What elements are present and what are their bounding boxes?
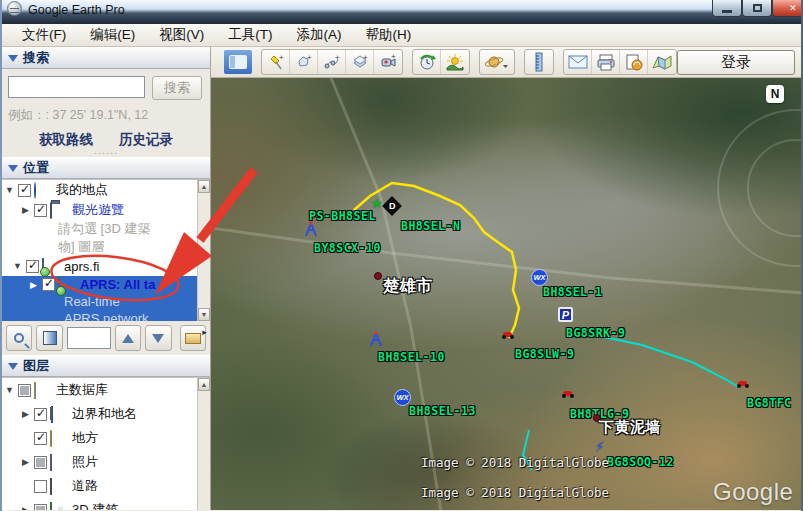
scroll-up-icon[interactable]: ▲ xyxy=(198,180,210,193)
scroll-down-icon[interactable]: ▼ xyxy=(198,308,210,321)
places-toolbar xyxy=(2,321,210,355)
expander-icon[interactable]: ▶ xyxy=(20,505,31,510)
parking-icon[interactable]: P xyxy=(558,307,573,322)
menu-file[interactable]: 文件(F) xyxy=(10,24,78,46)
station-marker-by8scx-10[interactable]: BY8SCX-10 xyxy=(314,238,381,256)
my-places-checkbox[interactable] xyxy=(18,184,31,197)
planets-button[interactable] xyxy=(480,50,514,74)
layers-panel-header[interactable]: 图层 xyxy=(2,355,210,377)
menu-tools[interactable]: 工具(T) xyxy=(216,24,284,46)
menu-add[interactable]: 添加(A) xyxy=(285,24,354,46)
earth-globe-icon xyxy=(34,182,36,199)
expander-icon[interactable]: ▶ xyxy=(20,457,31,467)
aprs-folder-checkbox[interactable] xyxy=(26,260,39,273)
expander-icon[interactable]: ▼ xyxy=(4,385,15,395)
menu-help[interactable]: 帮助(H) xyxy=(354,24,424,46)
city-name: 下黄泥墙 xyxy=(599,418,661,435)
folder-actions-button[interactable] xyxy=(180,325,206,351)
antenna-tower-icon[interactable] xyxy=(304,221,318,237)
login-button[interactable]: 登录 xyxy=(677,50,795,75)
station-marker-bh8sel-13[interactable]: BH8SEL-13 xyxy=(409,401,476,419)
expander-icon[interactable]: ▶ xyxy=(28,280,39,290)
tree-item-3d-buildings[interactable]: 3D 建筑 xyxy=(70,501,120,510)
expander-icon[interactable]: ▼ xyxy=(4,185,15,195)
tree-item-photos[interactable]: 照片 xyxy=(70,453,100,471)
minimize-button[interactable] xyxy=(712,0,742,17)
places-layer-checkbox[interactable] xyxy=(34,432,47,445)
show-sidebar-button[interactable] xyxy=(36,325,62,351)
expander-icon[interactable]: ▼ xyxy=(12,261,23,271)
station-marker-bg8srk-9[interactable]: BG8SRK-9 xyxy=(566,323,625,341)
search-places-button[interactable] xyxy=(6,325,32,351)
add-placemark-button[interactable]: + xyxy=(262,50,290,74)
menu-view[interactable]: 视图(V) xyxy=(147,24,216,46)
map-viewport[interactable]: PS-BH8SEL ★ D BH8SEL-N BY8SCX-10 xyxy=(211,78,801,510)
station-marker-bg8soq-12[interactable]: BG8SOQ-12 xyxy=(607,452,674,470)
panel-splitter-handle[interactable] xyxy=(8,149,204,157)
search-input[interactable] xyxy=(8,76,145,98)
get-directions-link[interactable]: 获取路线 xyxy=(39,131,93,149)
places-panel-header[interactable]: 位置 xyxy=(2,157,210,179)
tree-item-borders-labels[interactable]: 边界和地名 xyxy=(70,405,139,423)
expander-icon[interactable]: ▶ xyxy=(20,409,31,419)
tree-item-places-layer[interactable]: 地方 xyxy=(70,429,100,447)
places-filter-input[interactable] xyxy=(67,327,111,349)
menu-bar: 文件(F) 编辑(E) 视图(V) 工具(T) 添加(A) 帮助(H) xyxy=(2,24,801,47)
place-marker-icon xyxy=(50,430,52,447)
aprs-item-checkbox[interactable] xyxy=(42,278,55,291)
station-marker-bh8sel-n[interactable]: BH8SEL-N xyxy=(401,216,460,234)
city-name: 楚雄市 xyxy=(383,277,433,294)
sightseeing-checkbox[interactable] xyxy=(34,204,47,217)
tree-item-aprs-fi[interactable]: aprs.fi xyxy=(62,259,101,274)
north-compass[interactable]: N xyxy=(766,85,784,103)
borders-checkbox[interactable] xyxy=(34,408,47,421)
add-image-overlay-button[interactable]: + xyxy=(346,50,374,74)
digipeater-sprite-icon[interactable]: ★ xyxy=(371,196,383,211)
expander-icon[interactable]: ▶ xyxy=(20,205,31,215)
roads-checkbox[interactable] xyxy=(34,480,47,493)
menu-edit[interactable]: 编辑(E) xyxy=(78,24,147,46)
email-button[interactable] xyxy=(564,50,592,74)
search-button[interactable]: 搜索 xyxy=(152,76,202,100)
station-marker-bh8sel-10[interactable]: BH8SEL-10 xyxy=(378,347,445,365)
tree-item-sightseeing[interactable]: 觀光遊覽 xyxy=(70,201,126,219)
antenna-tower-icon[interactable] xyxy=(369,331,383,347)
save-image-button[interactable] xyxy=(620,50,648,74)
photo-icon xyxy=(50,454,52,471)
view-in-maps-button[interactable] xyxy=(648,50,676,74)
tree-item-primary-database[interactable]: 主数据库 xyxy=(54,381,110,399)
selected-tree-item[interactable]: ▶ APRS: All ta Real-time APRS network xyxy=(2,276,210,321)
sunlight-button[interactable] xyxy=(441,50,469,74)
ruler-button[interactable] xyxy=(525,50,553,74)
toggle-sidebar-button[interactable] xyxy=(224,50,252,74)
city-dot-icon[interactable] xyxy=(374,272,382,280)
station-marker-bg8slw-9[interactable]: BG8SLW-9 xyxy=(515,344,574,362)
layers-scrollbar[interactable]: ▲ xyxy=(197,378,210,510)
station-marker-ps-bh8sel[interactable]: PS-BH8SEL xyxy=(309,206,376,224)
station-label: BH8SEL-1 xyxy=(543,285,602,299)
add-path-button[interactable]: + xyxy=(318,50,346,74)
move-up-button[interactable] xyxy=(115,325,141,351)
station-marker-bh8sel-1[interactable]: BH8SEL-1 xyxy=(543,282,602,300)
tree-item-aprs-network[interactable]: APRS: All ta xyxy=(78,277,157,292)
tree-item-my-places[interactable]: 我的地点 xyxy=(54,181,110,199)
print-button[interactable] xyxy=(592,50,620,74)
station-marker-bg8tfc[interactable]: BG8TFC xyxy=(747,393,792,411)
close-button[interactable]: ✕ xyxy=(772,0,803,17)
buildings-checkbox[interactable] xyxy=(34,504,47,511)
bike-icon[interactable]: ⚡ xyxy=(595,439,604,454)
search-panel-header[interactable]: 搜索 xyxy=(2,47,210,69)
aprs-item-subtext: Real-time xyxy=(2,293,210,310)
add-polygon-button[interactable]: + xyxy=(290,50,318,74)
historical-imagery-button[interactable] xyxy=(413,50,441,74)
scroll-up-icon[interactable]: ▲ xyxy=(198,378,210,391)
photos-checkbox[interactable] xyxy=(34,456,47,469)
tree-item-roads[interactable]: 道路 xyxy=(70,477,100,495)
digipeater-icon[interactable]: D xyxy=(382,196,402,216)
record-tour-button[interactable]: + xyxy=(374,50,402,74)
primary-db-checkbox[interactable] xyxy=(18,384,31,397)
history-link[interactable]: 历史记录 xyxy=(119,131,173,149)
places-scrollbar[interactable]: ▲ ▼ xyxy=(197,180,210,321)
maximize-button[interactable] xyxy=(742,0,772,17)
move-down-button[interactable] xyxy=(145,325,171,351)
